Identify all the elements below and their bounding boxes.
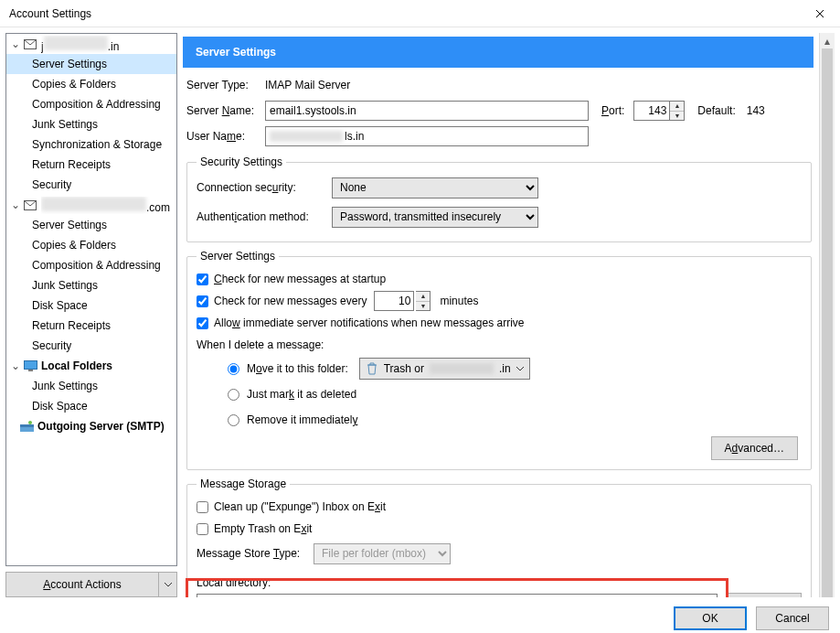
tree-item-sync-storage[interactable]: Synchronization & Storage [6,134,176,155]
port-input[interactable] [633,101,670,121]
svg-rect-2 [24,360,37,369]
window-title: Account Settings [9,7,91,20]
auth-method-label: Authentication method: [197,210,332,223]
account-actions-dropdown[interactable] [159,572,177,597]
just-mark-radio[interactable] [228,389,239,401]
dialog-footer: OK Cancel [0,603,840,633]
user-name-input[interactable]: ls.in [265,126,589,146]
envelope-icon [23,37,37,51]
tree-item-server-settings-2[interactable]: Server Settings [6,215,176,235]
empty-trash-checkbox[interactable] [197,523,208,535]
trash-folder-select[interactable]: Trash or .in [359,358,530,380]
remove-immediately-radio[interactable] [228,414,239,426]
store-type-label: Message Store Type: [197,547,314,560]
when-delete-label: When I delete a message: [197,338,324,351]
svg-rect-3 [28,370,33,371]
titlebar: Account Settings [0,0,840,27]
move-folder-label: Move it to this folder: [247,362,348,375]
tree-item-return-receipts[interactable]: Return Receipts [6,155,176,175]
svg-point-6 [28,421,32,424]
default-port-value: 143 [747,104,765,117]
tree-item-local-disk[interactable]: Disk Space [6,396,176,416]
close-button[interactable] [799,0,840,27]
ok-button[interactable]: OK [674,606,747,630]
chevron-down-icon: ⌄ [10,38,21,50]
empty-trash-label: Empty Trash on Exit [214,522,312,535]
minutes-spinner[interactable]: ▲▼ [416,291,431,311]
tree-item-composition-addressing[interactable]: Composition & Addressing [6,94,176,114]
check-every-checkbox[interactable] [197,295,208,307]
security-settings-group: Security Settings Connection security: N… [186,156,812,242]
server-name-label: Server Name: [186,104,265,117]
server-type-value: IMAP Mail Server [265,79,350,91]
store-type-select: File per folder (mbox) [314,543,451,564]
connection-security-label: Connection security: [197,181,332,194]
connection-security-select[interactable]: None [332,177,538,198]
server-settings-group: Server Settings Check for new messages a… [186,250,812,470]
monitor-icon [23,359,37,373]
chevron-down-icon [516,367,524,371]
allow-immediate-label: Allow immediate server notifications whe… [214,316,525,329]
tree-item-copies-folders-2[interactable]: Copies & Folders [6,235,176,255]
port-spinner[interactable]: ▲▼ [670,101,685,121]
local-directory-label: Local directory: [197,576,802,589]
envelope-icon [23,198,37,212]
user-name-label: User Name: [186,130,265,143]
trash-icon [366,362,378,375]
tree-outgoing-server[interactable]: Outgoing Server (SMTP) [6,416,176,436]
accounts-tree[interactable]: ⌄ j.in Server Settings Copies & Folders … [5,33,177,566]
tree-item-composition-addressing-2[interactable]: Composition & Addressing [6,255,176,275]
tree-item-copies-folders[interactable]: Copies & Folders [6,74,176,94]
chevron-down-icon: ⌄ [10,198,21,211]
tree-item-security[interactable]: Security [6,175,176,195]
check-every-input[interactable] [374,291,414,311]
svg-rect-5 [20,424,34,427]
move-folder-radio[interactable] [228,363,239,375]
just-mark-label: Just mark it as deleted [247,388,356,401]
server-icon [19,419,34,434]
default-label: Default: [697,104,735,117]
minutes-label: minutes [440,295,478,307]
cleanup-label: Clean up ("Expunge") Inbox on Exit [214,500,386,513]
tree-item-junk-settings-2[interactable]: Junk Settings [6,275,176,295]
scroll-up-icon[interactable]: ▴ [820,33,835,48]
cancel-button[interactable]: Cancel [756,606,829,630]
tree-item-local-junk[interactable]: Junk Settings [6,376,176,396]
check-every-label: Check for new messages every [214,295,367,307]
remove-immediately-label: Remove it immediately [247,413,357,426]
check-startup-label: Check for new messages at startup [214,273,386,285]
chevron-down-icon: ⌄ [10,359,21,372]
browse-button[interactable]: Browse… [727,593,802,597]
tree-account-2[interactable]: ⌄ .com [6,195,176,215]
auth-method-select[interactable]: Password, transmitted insecurely [332,207,538,228]
tree-item-junk-settings[interactable]: Junk Settings [6,114,176,134]
server-type-label: Server Type: [186,79,265,91]
tree-item-security-2[interactable]: Security [6,336,176,356]
server-name-input[interactable] [265,101,589,121]
allow-immediate-checkbox[interactable] [197,317,208,329]
vertical-scrollbar[interactable]: ▴ ▾ [819,33,835,597]
message-storage-group: Message Storage Clean up ("Expunge") Inb… [186,477,812,597]
port-label: Port: [601,104,624,117]
chevron-down-icon [165,583,172,587]
tree-item-return-receipts-2[interactable]: Return Receipts [6,316,176,336]
check-startup-checkbox[interactable] [197,274,208,285]
tree-local-folders[interactable]: ⌄ Local Folders [6,356,176,376]
content-header: Server Settings [183,37,813,68]
cleanup-checkbox[interactable] [197,501,208,513]
advanced-button[interactable]: Advanced… [711,436,798,460]
tree-item-server-settings[interactable]: Server Settings [6,54,176,74]
local-directory-input[interactable]: E:\ j .in [197,594,718,597]
tree-item-disk-space-2[interactable]: Disk Space [6,295,176,316]
close-icon [815,9,824,18]
account-actions-button[interactable]: Account Actions [5,572,177,597]
tree-account-1[interactable]: ⌄ j.in [6,34,176,54]
